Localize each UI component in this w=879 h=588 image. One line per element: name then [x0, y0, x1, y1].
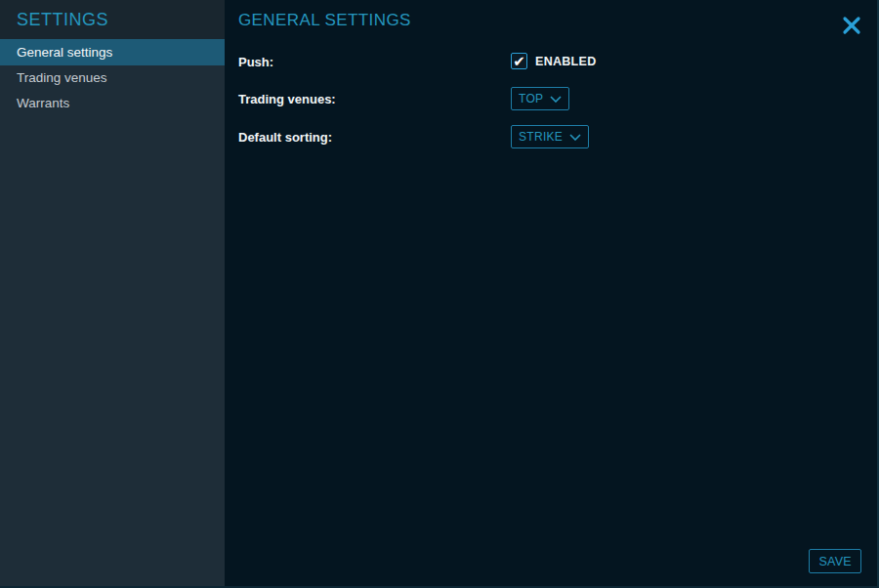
chevron-down-icon — [550, 96, 562, 103]
sidebar-items: General settings Trading venues Warrants — [0, 39, 225, 116]
trading-venues-label: Trading venues: — [238, 86, 336, 112]
push-enabled-value: ENABLED — [535, 55, 597, 68]
settings-sidebar: SETTINGS General settings Trading venues… — [0, 0, 225, 586]
sidebar-item-trading-venues[interactable]: Trading venues — [0, 65, 225, 91]
settings-dialog: SETTINGS General settings Trading venues… — [0, 0, 879, 588]
close-icon — [842, 16, 861, 38]
form-row-trading-venues: Trading venues: TOP — [225, 86, 877, 112]
trading-venues-value: TOP — [519, 92, 543, 105]
form-row-push: Push: ✔ ENABLED — [225, 49, 877, 75]
push-label: Push: — [238, 49, 273, 75]
sidebar-item-label: Trading venues — [17, 70, 107, 85]
close-button[interactable] — [840, 15, 863, 38]
sidebar-title: SETTINGS — [17, 10, 108, 30]
form-row-default-sorting: Default sorting: STRIKE — [225, 124, 877, 150]
default-sorting-value: STRIKE — [519, 130, 563, 144]
checkbox-checked-icon: ✔ — [511, 53, 527, 69]
default-sorting-dropdown[interactable]: STRIKE — [511, 125, 589, 148]
push-enabled-checkbox[interactable]: ✔ ENABLED — [511, 53, 597, 69]
sidebar-header: SETTINGS — [0, 0, 225, 39]
save-button[interactable]: SAVE — [809, 549, 861, 573]
sidebar-item-general-settings[interactable]: General settings — [0, 39, 225, 65]
sidebar-item-label: Warrants — [17, 96, 69, 110]
general-settings-panel: GENERAL SETTINGS Push: ✔ ENABLED — [225, 0, 877, 586]
chevron-down-icon — [569, 134, 581, 141]
checkmark-glyph: ✔ — [513, 54, 525, 68]
trading-venues-dropdown[interactable]: TOP — [511, 87, 569, 110]
sidebar-item-label: General settings — [17, 45, 112, 60]
page-title: GENERAL SETTINGS — [238, 11, 411, 30]
sidebar-item-warrants[interactable]: Warrants — [0, 91, 225, 116]
default-sorting-label: Default sorting: — [238, 124, 332, 150]
